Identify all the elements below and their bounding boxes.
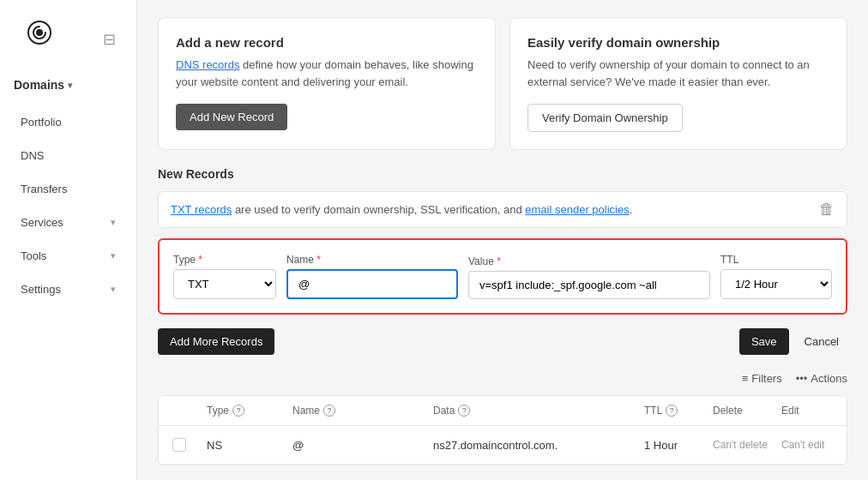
txt-records-link[interactable]: TXT records	[171, 203, 232, 216]
type-field-group: Type * TXT A CNAME MX NS	[173, 254, 276, 299]
actions-menu-button[interactable]: ••• Actions	[796, 372, 847, 385]
value-label: Value *	[468, 255, 710, 267]
col-delete: Delete	[713, 405, 781, 417]
type-help-icon[interactable]: ?	[232, 405, 244, 417]
row-checkbox-cell	[172, 438, 207, 452]
ttl-label: TTL	[720, 254, 832, 266]
tools-chevron-icon: ▾	[111, 250, 116, 261]
sidebar-header: ⊟	[0, 14, 136, 78]
main-content: Add a new record DNS records define how …	[137, 0, 868, 480]
table-header: Type ? Name ? Data ? TTL ? Delete Edit	[159, 396, 847, 426]
sidebar-item-tools[interactable]: Tools ▾	[7, 241, 130, 271]
sidebar-item-services[interactable]: Services ▾	[7, 207, 130, 237]
verify-domain-card-desc: Need to verify ownership of your domain …	[527, 57, 829, 90]
col-checkbox	[172, 405, 207, 417]
sidebar-item-portfolio[interactable]: Portfolio	[7, 107, 130, 137]
new-records-section-title: New Records	[158, 167, 847, 181]
save-cancel-group: Save Cancel	[739, 328, 847, 355]
sidebar-item-transfers[interactable]: Transfers	[7, 174, 130, 204]
settings-chevron-icon: ▾	[111, 284, 116, 295]
name-help-icon[interactable]: ?	[323, 405, 335, 417]
add-record-card-desc: DNS records define how your domain behav…	[176, 57, 478, 90]
ttl-select[interactable]: 1/2 Hour 1 Hour 2 Hours Custom	[720, 269, 832, 299]
dns-records-link[interactable]: DNS records	[176, 58, 239, 71]
domains-nav-label: Domains	[14, 78, 64, 92]
info-bar-text: TXT records are used to verify domain ow…	[171, 203, 632, 216]
actions-row: Add More Records Save Cancel	[158, 328, 847, 355]
svg-point-1	[36, 29, 43, 36]
services-chevron-icon: ▾	[111, 217, 116, 228]
godaddy-logo-icon	[27, 21, 51, 45]
value-input[interactable]	[468, 271, 710, 299]
save-button[interactable]: Save	[739, 328, 789, 355]
add-new-record-button[interactable]: Add New Record	[176, 104, 287, 130]
ttl-field-group: TTL 1/2 Hour 1 Hour 2 Hours Custom	[720, 254, 832, 299]
record-form: Type * TXT A CNAME MX NS Name * Value *	[158, 238, 847, 315]
sidebar-item-dns[interactable]: DNS	[7, 141, 130, 171]
row-type-cell: NS	[207, 439, 292, 452]
row-edit-cell: Can't edit	[781, 439, 833, 451]
actions-dots-icon: •••	[796, 372, 808, 385]
row-ttl-cell: 1 Hour	[644, 439, 713, 452]
table-row: NS @ ns27.domaincontrol.com. 1 Hour Can'…	[159, 426, 847, 465]
filters-label: Filters	[751, 372, 781, 385]
name-label: Name *	[286, 254, 458, 266]
col-name: Name ?	[292, 405, 433, 417]
filter-row: ≡ Filters ••• Actions	[158, 372, 847, 385]
delete-record-icon[interactable]: 🗑	[819, 201, 835, 219]
actions-label: Actions	[811, 372, 847, 385]
col-type: Type ?	[207, 405, 292, 417]
domains-chevron-icon: ▾	[68, 81, 72, 90]
row-data-cell: ns27.domaincontrol.com.	[433, 439, 644, 452]
add-more-records-button[interactable]: Add More Records	[158, 328, 274, 355]
col-data: Data ?	[433, 405, 644, 417]
collapse-icon[interactable]: ⊟	[96, 30, 123, 49]
row-name-cell: @	[292, 439, 433, 452]
data-help-icon[interactable]: ?	[458, 405, 470, 417]
add-record-card-title: Add a new record	[176, 35, 478, 50]
logo	[14, 14, 65, 64]
add-new-record-card: Add a new record DNS records define how …	[158, 17, 496, 150]
ttl-help-icon[interactable]: ?	[666, 405, 678, 417]
info-bar: TXT records are used to verify domain ow…	[158, 191, 847, 228]
verify-domain-ownership-button[interactable]: Verify Domain Ownership	[527, 104, 683, 132]
email-sender-policies-link[interactable]: email sender policies	[525, 203, 629, 216]
sidebar-item-settings[interactable]: Settings ▾	[7, 274, 130, 304]
verify-domain-card: Easily verify domain ownership Need to v…	[509, 17, 847, 150]
col-ttl: TTL ?	[644, 405, 713, 417]
row-checkbox[interactable]	[172, 438, 186, 452]
filters-button[interactable]: ≡ Filters	[742, 372, 782, 385]
type-label: Type *	[173, 254, 276, 266]
filters-icon: ≡	[742, 372, 749, 385]
domains-nav[interactable]: Domains ▾	[0, 78, 136, 105]
name-input[interactable]	[286, 269, 458, 299]
dns-records-table: Type ? Name ? Data ? TTL ? Delete Edit	[158, 395, 847, 465]
value-field-group: Value *	[468, 255, 710, 299]
cancel-button[interactable]: Cancel	[796, 328, 847, 355]
type-select[interactable]: TXT A CNAME MX NS	[173, 269, 276, 299]
col-edit: Edit	[781, 405, 833, 417]
cards-row: Add a new record DNS records define how …	[158, 17, 847, 150]
sidebar: ⊟ Domains ▾ Portfolio DNS Transfers Serv…	[0, 0, 137, 480]
verify-domain-card-title: Easily verify domain ownership	[527, 35, 829, 50]
row-delete-cell: Can't delete	[713, 439, 781, 451]
name-field-group: Name *	[286, 254, 458, 299]
